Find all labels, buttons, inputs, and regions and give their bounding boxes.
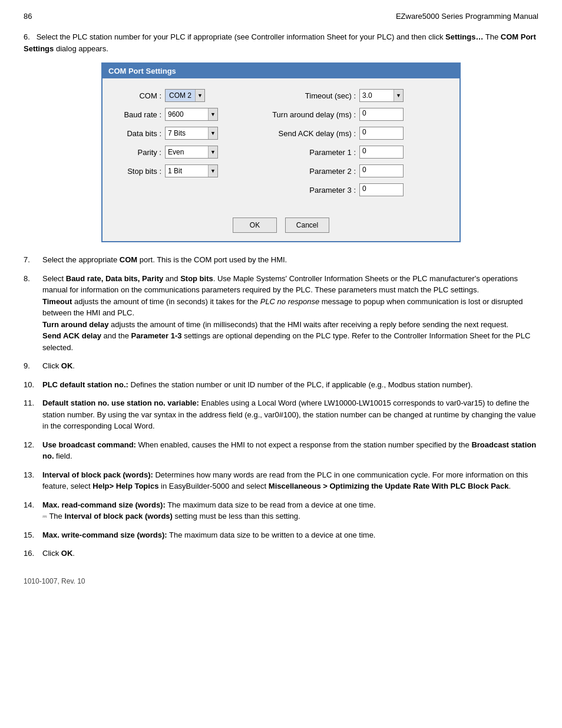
parameter3-label: Parameter 3 : bbox=[256, 186, 356, 195]
list-item: 15. Max. write-command size (words): The… bbox=[24, 529, 538, 541]
list-item: 9. Click OK. bbox=[24, 360, 538, 372]
parameter1-field-row: Parameter 1 : 0 bbox=[256, 146, 448, 159]
baud-rate-field-row: Baud rate : 9600 ▼ bbox=[114, 108, 244, 121]
step-8-content: Select Baud rate, Data bits, Parity and … bbox=[42, 273, 538, 354]
step-6-number: 6. bbox=[24, 32, 30, 41]
data-bits-select[interactable]: 7 Bits ▼ bbox=[165, 127, 218, 140]
send-ack-delay-input[interactable]: 0 bbox=[359, 127, 404, 140]
step-11-content: Default station no. use station no. vari… bbox=[42, 397, 538, 432]
page-header: 86 EZware5000 Series Programming Manual bbox=[24, 12, 538, 21]
step-12-number: 12. bbox=[24, 439, 42, 462]
step-13-content: Interval of block pack (words): Determin… bbox=[42, 469, 538, 492]
send-ack-delay-label: Send ACK delay (ms) : bbox=[256, 129, 356, 138]
step-9-number: 9. bbox=[24, 360, 42, 372]
list-item: 14. Max. read-command size (words): The … bbox=[24, 499, 538, 522]
step-15-number: 15. bbox=[24, 529, 42, 541]
data-bits-label: Data bits : bbox=[114, 129, 161, 138]
parameter2-input[interactable]: 0 bbox=[359, 164, 404, 177]
timeout-select[interactable]: 3.0 ▼ bbox=[359, 89, 404, 102]
list-item: 7. Select the appropriate COM port. This… bbox=[24, 254, 538, 266]
page-number: 86 bbox=[24, 12, 32, 21]
com-select-value: COM 2 bbox=[166, 90, 195, 101]
step-10-content: PLC default station no.: Defines the sta… bbox=[42, 379, 538, 391]
parameter2-label: Parameter 2 : bbox=[256, 167, 356, 176]
com-select[interactable]: COM 2 ▼ bbox=[165, 89, 205, 102]
com-label: COM : bbox=[114, 91, 161, 100]
parity-field-row: Parity : Even ▼ bbox=[114, 146, 244, 159]
parity-select[interactable]: Even ▼ bbox=[165, 146, 218, 159]
step-6-text: Select the PLC station number for your P… bbox=[24, 32, 536, 53]
dialog-left-column: COM : COM 2 ▼ Baud rate : 9600 ▼ bbox=[114, 89, 244, 202]
step-13-number: 13. bbox=[24, 469, 42, 492]
dialog-columns: COM : COM 2 ▼ Baud rate : 9600 ▼ bbox=[114, 89, 448, 202]
step-7-number: 7. bbox=[24, 254, 42, 266]
parameter3-input[interactable]: 0 bbox=[359, 183, 404, 196]
list-item: 8. Select Baud rate, Data bits, Parity a… bbox=[24, 273, 538, 354]
cancel-button[interactable]: Cancel bbox=[285, 218, 329, 233]
dialog-body: COM : COM 2 ▼ Baud rate : 9600 ▼ bbox=[103, 78, 459, 241]
parameter2-field-row: Parameter 2 : 0 bbox=[256, 164, 448, 177]
parity-label: Parity : bbox=[114, 148, 161, 157]
timeout-arrow-icon[interactable]: ▼ bbox=[394, 90, 403, 101]
parity-arrow-icon[interactable]: ▼ bbox=[208, 146, 217, 158]
step-8-number: 8. bbox=[24, 273, 42, 354]
step-11-number: 11. bbox=[24, 397, 42, 432]
parameter1-label: Parameter 1 : bbox=[256, 148, 356, 157]
step-14-content: Max. read-command size (words): The maxi… bbox=[42, 499, 538, 522]
step-12-content: Use broadcast command: When enabled, cau… bbox=[42, 439, 538, 462]
parameter1-input[interactable]: 0 bbox=[359, 146, 404, 159]
com-select-arrow-icon[interactable]: ▼ bbox=[195, 90, 204, 101]
turn-around-delay-input[interactable]: 0 bbox=[359, 108, 404, 121]
dialog-title-bar: COM Port Settings bbox=[103, 64, 459, 78]
turn-around-delay-field-row: Turn around delay (ms) : 0 bbox=[256, 108, 448, 121]
step-16-number: 16. bbox=[24, 548, 42, 559]
data-bits-arrow-icon[interactable]: ▼ bbox=[208, 127, 217, 139]
ok-button[interactable]: OK bbox=[233, 218, 277, 233]
turn-around-delay-label: Turn around delay (ms) : bbox=[256, 110, 356, 119]
step-15-content: Max. write-command size (words): The max… bbox=[42, 529, 538, 541]
stop-bits-arrow-icon[interactable]: ▼ bbox=[208, 165, 217, 177]
list-item: 11. Default station no. use station no. … bbox=[24, 397, 538, 432]
dialog-footer: OK Cancel bbox=[114, 212, 448, 233]
dialog-title: COM Port Settings bbox=[108, 67, 176, 75]
doc-id: 1010-1007, Rev. 10 bbox=[24, 577, 85, 585]
step-6-intro: 6. Select the PLC station number for you… bbox=[24, 31, 538, 54]
steps-list: 7. Select the appropriate COM port. This… bbox=[24, 254, 538, 559]
baud-rate-select[interactable]: 9600 ▼ bbox=[165, 108, 218, 121]
stop-bits-label: Stop bits : bbox=[114, 167, 161, 176]
com-field-row: COM : COM 2 ▼ bbox=[114, 89, 244, 102]
stop-bits-select[interactable]: 1 Bit ▼ bbox=[165, 164, 218, 177]
baud-rate-value: 9600 bbox=[166, 110, 208, 119]
list-item: 12. Use broadcast command: When enabled,… bbox=[24, 439, 538, 462]
parameter3-field-row: Parameter 3 : 0 bbox=[256, 183, 448, 196]
stop-bits-field-row: Stop bits : 1 Bit ▼ bbox=[114, 164, 244, 177]
baud-rate-arrow-icon[interactable]: ▼ bbox=[208, 108, 217, 120]
data-bits-field-row: Data bits : 7 Bits ▼ bbox=[114, 127, 244, 140]
send-ack-delay-field-row: Send ACK delay (ms) : 0 bbox=[256, 127, 448, 140]
step-14-number: 14. bbox=[24, 499, 42, 522]
timeout-value: 3.0 bbox=[360, 91, 394, 100]
stop-bits-value: 1 Bit bbox=[166, 166, 208, 176]
step-9-content: Click OK. bbox=[42, 360, 538, 372]
step-10-number: 10. bbox=[24, 379, 42, 391]
step-16-content: Click OK. bbox=[42, 548, 538, 559]
parity-value: Even bbox=[166, 147, 208, 157]
step-7-content: Select the appropriate COM port. This is… bbox=[42, 254, 538, 266]
list-item: 13. Interval of block pack (words): Dete… bbox=[24, 469, 538, 492]
timeout-field-row: Timeout (sec) : 3.0 ▼ bbox=[256, 89, 448, 102]
com-port-settings-dialog: COM Port Settings COM : COM 2 ▼ Baud rat… bbox=[101, 62, 461, 242]
list-item: 16. Click OK. bbox=[24, 548, 538, 559]
timeout-label: Timeout (sec) : bbox=[256, 91, 356, 100]
manual-title: EZware5000 Series Programming Manual bbox=[396, 12, 538, 21]
dialog-right-column: Timeout (sec) : 3.0 ▼ Turn around delay … bbox=[256, 89, 448, 202]
data-bits-value: 7 Bits bbox=[166, 129, 208, 138]
list-item: 10. PLC default station no.: Defines the… bbox=[24, 379, 538, 391]
footer: 1010-1007, Rev. 10 bbox=[24, 577, 538, 585]
baud-rate-label: Baud rate : bbox=[114, 110, 161, 119]
